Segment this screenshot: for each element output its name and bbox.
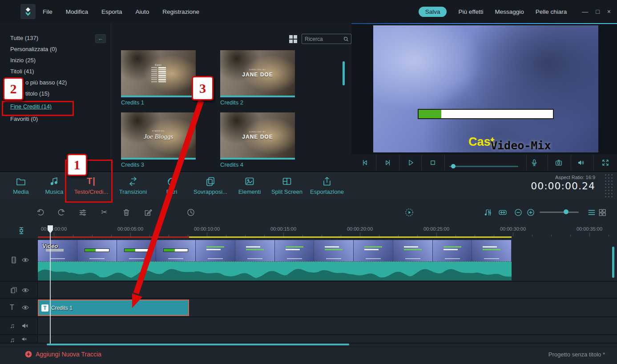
zoom-out-button[interactable] [514, 208, 523, 217]
thumbnail-label[interactable]: Credits 3 [121, 161, 144, 168]
menu-registrazione[interactable]: Registrazione [162, 8, 199, 15]
thumbnail-label[interactable]: Credits 4 [220, 161, 243, 168]
frame-caption [287, 258, 302, 259]
timeline-vscrollbar[interactable] [612, 247, 614, 278]
titlebar-link-pelle-chiara[interactable]: Pelle chiara [536, 8, 567, 15]
play-button[interactable] [407, 159, 415, 167]
sidebar-item-favoriti-0[interactable]: Favoriti (0) [10, 116, 38, 122]
toolbar-tab-sovrapposi[interactable]: Sovrapposi... [189, 175, 232, 195]
sidebar-item-titolo-15[interactable]: titolo (15) [25, 90, 49, 97]
search-input[interactable] [302, 36, 343, 42]
audio-mixer-button[interactable] [483, 208, 492, 217]
handle-dot [608, 193, 609, 194]
credit-line [151, 69, 166, 71]
volume-button[interactable] [577, 159, 585, 167]
toolbar-tab-elementi[interactable]: Elementi [228, 175, 271, 195]
sidebar-item-tutte-137[interactable]: Tutte (137) [10, 35, 38, 41]
redo-button[interactable] [57, 208, 66, 217]
close-button[interactable]: × [607, 8, 611, 15]
sidebar-item-fine-crediti-14[interactable]: Fine Crediti (14) [10, 103, 52, 110]
music-icon [33, 175, 76, 187]
sidebar-item-o-pi-basso-42[interactable]: o più basso (42) [25, 79, 67, 86]
status-bar: Aggiungi Nuova Traccia Progetto senza ti… [0, 347, 617, 364]
maximize-button[interactable]: □ [596, 8, 599, 15]
track-manager-icon[interactable] [17, 226, 27, 236]
save-button[interactable]: Salva [419, 7, 447, 17]
next-frame-button[interactable] [384, 159, 392, 167]
video-clip[interactable]: Video [38, 240, 512, 281]
titlebar-link-messaggio[interactable]: Messaggio [495, 8, 524, 15]
thumbnail-label[interactable]: Credits 2 [220, 99, 243, 106]
sidebar-item-inizio-25[interactable]: Inizio (25) [10, 57, 36, 64]
thumbnail-label[interactable]: Credits 1 [121, 99, 144, 106]
music-note-icon: ♫ [10, 322, 18, 330]
toolbar-tab-musica[interactable]: Musica [33, 175, 76, 195]
toolbar-tab-split-screen[interactable]: Split Screen [266, 175, 308, 195]
handle-dot [611, 187, 613, 188]
sidebar-item-personalizzata-0[interactable]: Personalizzata (0) [10, 46, 57, 52]
collapse-panel-button[interactable]: ← [95, 34, 106, 43]
add-track-label: Aggiungi Nuova Traccia [36, 351, 101, 358]
timeline-hscrollbar[interactable] [47, 344, 349, 345]
record-voiceover-button[interactable] [530, 159, 538, 167]
titlebar-link-pi-effetti[interactable]: Più effetti [458, 8, 483, 15]
ruler-timestamp: 00:00:05:00 [117, 226, 143, 232]
template-thumbnail-credits-4[interactable]: DIRECTED BYJANE DOE [220, 112, 295, 158]
seek-slider-handle[interactable] [451, 164, 456, 168]
edit-button[interactable] [144, 208, 153, 217]
grid-view-icon[interactable] [289, 35, 297, 43]
sidebar-item-titoli-41[interactable]: Titoli (41) [10, 68, 34, 75]
speaker-icon[interactable] [21, 322, 29, 330]
text-clip-credits[interactable]: T Credits 1 [38, 300, 189, 316]
track-list-button[interactable] [587, 208, 596, 217]
frame-text [444, 246, 461, 252]
library-scrollbar[interactable] [343, 61, 345, 85]
menu-file[interactable]: File [43, 8, 52, 15]
add-track-button[interactable]: Aggiungi Nuova Traccia [25, 351, 101, 358]
previous-frame-button[interactable] [361, 159, 369, 167]
menu-modifica[interactable]: Modifica [66, 8, 88, 15]
seek-slider[interactable] [449, 166, 518, 167]
snapshot-button[interactable] [555, 159, 563, 167]
search-box[interactable] [302, 34, 351, 44]
frame-caption [247, 258, 262, 259]
stop-button[interactable] [429, 159, 437, 167]
timeline-zoom-handle[interactable] [564, 209, 569, 214]
handle-dot [611, 174, 613, 176]
video-clip-frame [472, 240, 512, 261]
toolbar-tab-transizioni[interactable]: Transizioni [112, 175, 154, 195]
delete-button[interactable] [122, 208, 131, 217]
eye-icon[interactable] [21, 304, 29, 312]
toolbar-tab-testo-credi[interactable]: T|Testo/Credi... [70, 175, 113, 195]
menu-aiuto[interactable]: Aiuto [136, 8, 149, 15]
transport-divider [421, 155, 422, 170]
template-thumbnail-credits-2[interactable]: DIRECTED BYJANE DOE [220, 50, 295, 96]
template-library: CastCredits 1DIRECTED BYJANE DOECredits … [111, 23, 351, 171]
template-thumbnail-credits-1[interactable]: Cast [121, 50, 196, 96]
handle-dot [608, 177, 609, 179]
overlay-film-icon [10, 286, 18, 294]
grid-view-button[interactable] [598, 208, 607, 217]
toolbar-tab-filtri[interactable]: Filtri [150, 175, 193, 195]
zoom-in-button[interactable] [526, 208, 535, 217]
undo-button[interactable] [36, 208, 44, 217]
fullscreen-button[interactable] [601, 159, 609, 167]
duration-button[interactable] [186, 208, 195, 217]
template-thumbnail-credits-3[interactable]: STARRINGJoe Bloggs [121, 112, 196, 158]
cut-button[interactable]: ✂ [101, 208, 110, 217]
credit-line [151, 75, 166, 76]
credit-line [151, 79, 166, 80]
toolbar-tab-esportazlone[interactable]: Esportazlone [306, 175, 348, 195]
eye-icon[interactable] [21, 286, 29, 294]
render-preview-button[interactable] [405, 208, 414, 217]
menu-esporta[interactable]: Esporta [101, 8, 122, 15]
timeline-zoom-slider[interactable] [540, 212, 579, 213]
exporttray-icon [306, 175, 348, 187]
filterlens-icon [150, 175, 193, 187]
handle-dot [605, 174, 606, 176]
speaker-icon[interactable] [21, 336, 28, 342]
eye-icon[interactable] [21, 256, 29, 264]
minimize-button[interactable]: — [582, 8, 588, 15]
adjust-button[interactable] [78, 208, 87, 217]
fit-timeline-button[interactable] [498, 208, 507, 217]
